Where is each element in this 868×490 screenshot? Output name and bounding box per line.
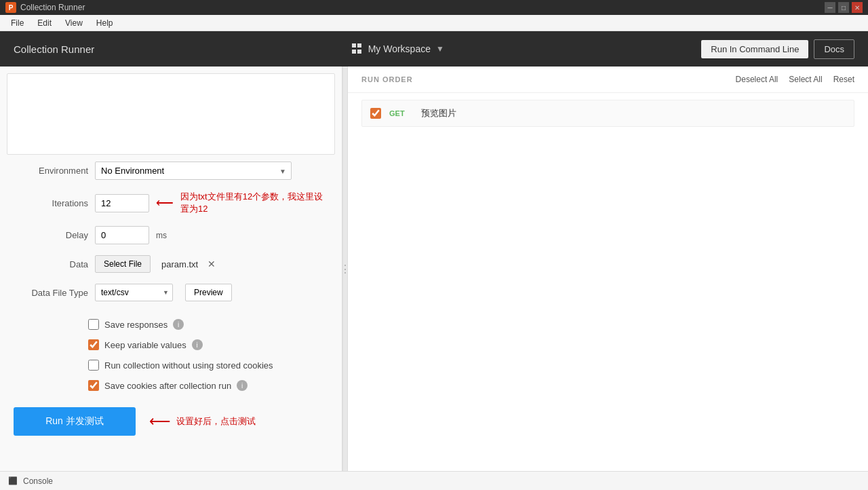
workspace-selector[interactable]: My Workspace ▼ <box>352 43 444 54</box>
environment-label: Environment <box>14 166 88 176</box>
save-responses-info-icon[interactable]: i <box>173 319 184 330</box>
save-responses-checkbox[interactable] <box>88 319 99 330</box>
run-without-cookies-label: Run collection without using stored cook… <box>104 360 273 371</box>
environment-select-wrapper: No Environment <box>95 162 292 180</box>
iterations-annotation: 因为txt文件里有12个参数，我这里设置为12 <box>180 191 328 215</box>
keep-variable-values-checkbox[interactable] <box>88 339 99 350</box>
header-actions: Run In Command Line Docs <box>701 39 854 59</box>
save-responses-label: Save responses <box>104 320 167 330</box>
delay-label: Delay <box>14 230 88 240</box>
delay-input[interactable] <box>95 226 149 244</box>
data-label: Data <box>14 259 88 269</box>
iterations-arrow-icon: ⟵ <box>156 195 174 210</box>
save-cookies-label: Save cookies after collection run <box>104 381 231 391</box>
keep-variable-values-label: Keep variable values <box>104 340 186 350</box>
main-layout: Environment No Environment Iterations ⟵ … <box>0 67 868 471</box>
form-section: Environment No Environment Iterations ⟵ … <box>0 155 342 319</box>
method-badge: GET <box>389 109 413 117</box>
deselect-all-button[interactable]: Deselect All <box>736 75 778 84</box>
file-remove-button[interactable]: ✕ <box>208 259 216 269</box>
iterations-label: Iterations <box>14 198 88 208</box>
workspace-icon <box>352 43 363 54</box>
select-all-button[interactable]: Select All <box>789 75 822 84</box>
left-panel: Environment No Environment Iterations ⟵ … <box>0 67 342 471</box>
delay-unit: ms <box>156 231 167 240</box>
iterations-row: Iterations ⟵ 因为txt文件里有12个参数，我这里设置为12 <box>14 191 328 215</box>
right-panel: RUN ORDER Deselect All Select All Reset … <box>348 67 868 471</box>
data-file-type-row: Data File Type text/csv application/json… <box>14 284 328 301</box>
file-type-select[interactable]: text/csv application/json <box>95 284 173 301</box>
run-command-line-button[interactable]: Run In Command Line <box>701 40 808 58</box>
app-icon: P <box>5 2 16 13</box>
run-button[interactable]: Run 并发测试 <box>14 407 136 436</box>
file-type-select-wrapper: text/csv application/json <box>95 284 173 301</box>
reset-button[interactable]: Reset <box>833 75 854 84</box>
request-checkbox[interactable] <box>370 108 381 119</box>
data-file-type-label: Data File Type <box>14 288 88 298</box>
run-annotation: ⟵ 设置好后，点击测试 <box>149 413 256 430</box>
run-order-actions: Deselect All Select All Reset <box>736 75 854 84</box>
console-bar[interactable]: ⬛ Console <box>0 471 868 490</box>
minimize-button[interactable]: ─ <box>825 2 835 13</box>
save-cookies-checkbox[interactable] <box>88 380 99 391</box>
select-file-button[interactable]: Select File <box>95 255 151 273</box>
request-list: GET 预览图片 <box>348 93 868 136</box>
keep-variable-values-row: Keep variable values i <box>0 339 342 350</box>
workspace-chevron-icon: ▼ <box>436 44 444 54</box>
run-without-cookies-row: Run collection without using stored cook… <box>0 360 342 371</box>
run-annotation-text: 设置好后，点击测试 <box>176 415 256 428</box>
title-bar: P Collection Runner ─ □ ✕ <box>0 0 868 15</box>
maximize-button[interactable]: □ <box>838 2 849 13</box>
close-button[interactable]: ✕ <box>852 2 863 13</box>
collection-area <box>7 73 335 155</box>
console-label: Console <box>23 476 53 486</box>
environment-row: Environment No Environment <box>14 162 328 180</box>
environment-select[interactable]: No Environment <box>95 162 292 180</box>
iterations-input[interactable] <box>95 194 149 212</box>
request-name: 预览图片 <box>421 107 456 119</box>
menu-view[interactable]: View <box>60 17 88 29</box>
file-name: param.txt <box>161 259 198 269</box>
menu-edit[interactable]: Edit <box>32 17 57 29</box>
app-header-title: Collection Runner <box>14 43 94 55</box>
console-icon: ⬛ <box>8 476 18 485</box>
data-row: Data Select File param.txt ✕ <box>14 255 328 273</box>
run-section: Run 并发测试 ⟵ 设置好后，点击测试 <box>0 400 342 442</box>
run-order-header: RUN ORDER Deselect All Select All Reset <box>348 67 868 93</box>
docs-button[interactable]: Docs <box>814 39 854 59</box>
keep-variable-info-icon[interactable]: i <box>192 339 203 350</box>
menu-help[interactable]: Help <box>91 17 119 29</box>
menu-file[interactable]: File <box>5 17 29 29</box>
panel-divider <box>342 67 348 471</box>
save-cookies-info-icon[interactable]: i <box>237 380 248 391</box>
table-row: GET 预览图片 <box>361 100 854 127</box>
save-responses-row: Save responses i <box>0 319 342 330</box>
run-without-cookies-checkbox[interactable] <box>88 360 99 371</box>
delay-row: Delay ms <box>14 226 328 244</box>
run-order-title: RUN ORDER <box>361 75 413 83</box>
save-cookies-row: Save cookies after collection run i <box>0 380 342 391</box>
app-title: Collection Runner <box>20 3 85 12</box>
workspace-name: My Workspace <box>368 43 431 54</box>
preview-button[interactable]: Preview <box>185 284 232 301</box>
menu-bar: File Edit View Help <box>0 15 868 31</box>
app-header: Collection Runner My Workspace ▼ Run In … <box>0 31 868 67</box>
run-arrow-icon: ⟵ <box>149 413 171 430</box>
